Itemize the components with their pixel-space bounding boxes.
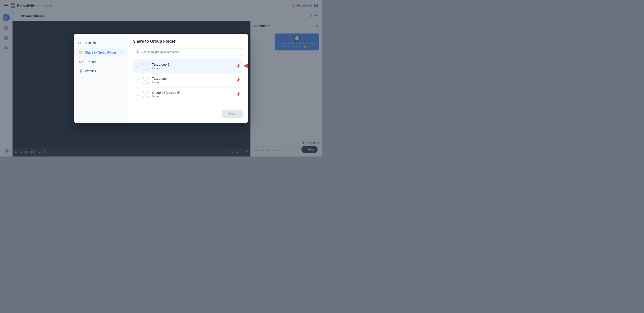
group-info-1: Test group 2 by me	[152, 63, 233, 70]
group-sub-2: by me	[152, 81, 233, 84]
group-name-2: Test group	[152, 77, 233, 80]
group-avatar-1: N	[142, 62, 149, 70]
pin-icon-2[interactable]: 📌	[236, 78, 240, 82]
weblink-label: Weblink	[85, 69, 96, 73]
share-button-row: Share	[133, 106, 243, 118]
close-icon: ×	[240, 38, 243, 43]
share-modal: ✉ Direct share 📁 Share to Group Folder ✓…	[74, 34, 248, 123]
group-radio-1[interactable]	[136, 64, 139, 68]
group-radio-2[interactable]	[136, 79, 139, 82]
embed-label: Embed	[86, 60, 96, 64]
share-button[interactable]: Share	[222, 110, 243, 118]
group-avatar-3: N	[142, 91, 149, 98]
modal-overlay[interactable]: ✉ Direct share 📁 Share to Group Folder ✓…	[0, 0, 322, 156]
pin-icon-3[interactable]: 📌	[236, 92, 240, 96]
search-icon: 🔍	[136, 50, 140, 54]
group-list: N Test group 2 by me 📌	[133, 59, 243, 101]
group-avatar-2: N	[142, 77, 149, 84]
modal-left-panel: ✉ Direct share 📁 Share to Group Folder ✓…	[74, 34, 128, 123]
folder-icon: 📁	[78, 50, 83, 55]
code-icon: </>	[78, 60, 84, 63]
search-box: 🔍	[133, 48, 243, 56]
group-radio-3[interactable]	[136, 93, 139, 96]
group-info-3: Group 2 (Teacher B) by me	[152, 91, 233, 98]
group-item[interactable]: N Group 2 (Teacher B) by me 📌	[133, 88, 243, 101]
group-name-3: Group 2 (Teacher B)	[152, 91, 233, 94]
check-icon: ✓	[120, 50, 123, 55]
group-sub-3: by me	[152, 95, 233, 98]
menu-item-weblink[interactable]: 🔗 Weblink	[74, 66, 127, 76]
search-input[interactable]	[141, 50, 240, 54]
direct-share-label: Direct share	[84, 41, 100, 45]
link-icon: 🔗	[78, 69, 83, 73]
group-item[interactable]: N Test group 2 by me 📌	[133, 59, 243, 73]
menu-item-direct-share[interactable]: ✉ Direct share	[74, 38, 127, 48]
group-sub-1: by me	[152, 67, 233, 70]
email-icon: ✉	[78, 41, 81, 45]
red-arrow	[243, 60, 248, 72]
group-item[interactable]: N Test group by me 📌	[133, 73, 243, 88]
menu-item-share-group[interactable]: 📁 Share to Group Folder ✓	[74, 48, 127, 57]
group-info-2: Test group by me	[152, 77, 233, 84]
share-group-label: Share to Group Folder	[85, 51, 116, 54]
modal-right-panel: Share to Group Folder × 🔍 N Test group 2…	[128, 34, 248, 123]
pin-icon-1[interactable]: 📌	[236, 64, 240, 68]
modal-close-button[interactable]: ×	[238, 37, 245, 43]
menu-item-embed[interactable]: </> Embed	[74, 57, 127, 66]
modal-title: Share to Group Folder	[133, 39, 243, 44]
group-name-1: Test group 2	[152, 63, 233, 66]
